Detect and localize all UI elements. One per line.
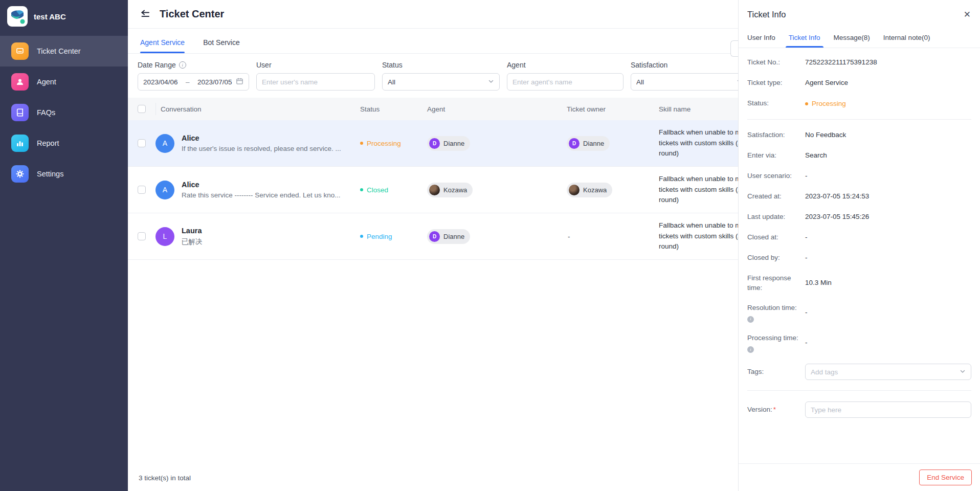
- field-label: Ticket No.:: [747, 58, 805, 68]
- panel-footer: End Service: [739, 463, 980, 491]
- date-start: 2023/04/06: [143, 78, 178, 86]
- field-label: Created at:: [747, 192, 805, 202]
- field-label: User scenario:: [747, 171, 805, 182]
- conversation-name: Alice: [182, 181, 341, 189]
- select-all-checkbox[interactable]: [138, 105, 146, 113]
- brand-name: test ABC: [34, 12, 66, 21]
- field-label: Ticket type:: [747, 78, 805, 88]
- agent-filter-label: Agent: [507, 61, 623, 69]
- table-row[interactable]: A Alice Rate this service -------- Servi…: [128, 167, 738, 213]
- table-header: Conversation Status Agent Ticket owner S…: [128, 98, 738, 120]
- owner-empty: -: [567, 233, 570, 240]
- field-label: Resolution time: i: [747, 303, 805, 323]
- agent-chip: D Dianne: [427, 136, 470, 151]
- closed-by-value: -: [805, 253, 808, 263]
- ticket-info-panel: Ticket Info ✕ User Info Ticket Info Mess…: [738, 0, 980, 491]
- avatar: L: [155, 227, 174, 246]
- info-icon[interactable]: i: [179, 61, 186, 69]
- column-conversation: Conversation: [155, 103, 360, 115]
- owner-photo-avatar: [569, 185, 580, 195]
- sidebar-item-faqs[interactable]: FAQs: [0, 97, 128, 128]
- status-dot-icon: [805, 102, 808, 105]
- skill-name: Fallback when unable to match tickets wi…: [659, 128, 738, 158]
- sidebar-item-report[interactable]: Report: [0, 128, 128, 159]
- brand: test ABC: [0, 0, 128, 33]
- column-agent: Agent: [427, 105, 567, 113]
- status-filter-select[interactable]: All: [382, 73, 500, 91]
- resolution-time-value: -: [805, 308, 808, 318]
- skill-name: Fallback when unable to match tickets wi…: [659, 175, 738, 204]
- satisfaction-filter-label: Satisfaction: [631, 61, 738, 69]
- tab-agent-service[interactable]: Agent Service: [140, 38, 185, 53]
- processing-time-value: -: [805, 338, 808, 348]
- user-filter-label: User: [256, 61, 375, 69]
- page-title: Ticket Center: [160, 8, 224, 20]
- tab-user-info[interactable]: User Info: [747, 29, 775, 48]
- sidebar-item-label: Settings: [37, 170, 63, 178]
- collapse-sidebar-icon[interactable]: [139, 8, 151, 20]
- ticket-type-value: Agent Service: [805, 78, 848, 88]
- brand-logo-icon: [7, 6, 28, 27]
- sidebar: test ABC Ticket Center Agent: [0, 0, 128, 491]
- user-scenario-value: -: [805, 171, 808, 182]
- agent-avatar: D: [429, 231, 440, 242]
- column-status: Status: [360, 105, 427, 113]
- info-icon[interactable]: i: [747, 316, 754, 323]
- add-tags-select[interactable]: Add tags: [805, 364, 971, 380]
- tab-bot-service[interactable]: Bot Service: [203, 38, 240, 53]
- status-dot-icon: [360, 142, 363, 145]
- table-total-count: 3 ticket(s) in total: [128, 474, 738, 491]
- sidebar-item-agent[interactable]: Agent: [0, 66, 128, 97]
- conversation-preview: 已解决: [182, 237, 203, 247]
- divider: [747, 119, 971, 120]
- field-label: Status:: [747, 99, 805, 109]
- service-tabs: Agent Service Bot Service: [128, 29, 738, 54]
- row-checkbox[interactable]: [138, 232, 146, 240]
- chevron-down-icon: [488, 78, 494, 86]
- tab-internal-note[interactable]: Internal note(0): [883, 29, 930, 48]
- status-badge: Closed: [360, 186, 427, 194]
- main-header: Ticket Center: [128, 0, 738, 29]
- date-range-label: Date Range i: [138, 61, 249, 69]
- status-dot-icon: [360, 188, 363, 191]
- agent-chip: D Dianne: [427, 229, 470, 244]
- user-filter-input[interactable]: [262, 78, 369, 86]
- date-range-picker[interactable]: 2023/04/06 – 2023/07/05: [138, 73, 249, 91]
- agent-avatar: D: [429, 138, 440, 149]
- panel-body: Ticket No.: 7252232211175391238 Ticket t…: [739, 48, 980, 463]
- ticket-no-value: 7252232211175391238: [805, 58, 877, 68]
- satisfaction-filter-select[interactable]: All: [631, 73, 738, 91]
- field-label: First response time:: [747, 274, 805, 293]
- status-badge: Pending: [360, 233, 427, 240]
- agent-chip: Kozawa: [427, 183, 473, 197]
- sidebar-nav: Ticket Center Agent FAQs: [0, 36, 128, 189]
- table-row[interactable]: L Laura 已解决 Pending D Dianne: [128, 213, 738, 260]
- sidebar-item-settings[interactable]: Settings: [0, 159, 128, 189]
- sidebar-item-label: Agent: [37, 78, 56, 86]
- satisfaction-value: No Feedback: [805, 130, 846, 141]
- owner-chip: D Dianne: [567, 136, 610, 151]
- agent-filter-input[interactable]: [513, 78, 618, 86]
- owner-chip: Kozawa: [567, 183, 612, 197]
- row-checkbox[interactable]: [138, 139, 146, 147]
- faqs-icon: [11, 104, 29, 121]
- tab-message[interactable]: Message(8): [834, 29, 870, 48]
- tab-ticket-info[interactable]: Ticket Info: [789, 29, 820, 48]
- end-service-button[interactable]: End Service: [919, 470, 972, 485]
- last-update-value: 2023-07-05 15:45:26: [805, 212, 869, 222]
- sidebar-item-ticket-center[interactable]: Ticket Center: [0, 36, 128, 66]
- chevron-down-icon: [737, 78, 738, 86]
- row-checkbox[interactable]: [138, 186, 146, 194]
- field-label: Enter via:: [747, 151, 805, 161]
- status-value: Processing: [805, 99, 846, 109]
- info-icon[interactable]: i: [747, 346, 754, 353]
- conversation-preview: Rate this service -------- Service ended…: [182, 191, 341, 199]
- field-label: Closed at:: [747, 233, 805, 243]
- divider: [747, 390, 971, 391]
- conversation-name: Laura: [182, 227, 203, 235]
- version-input[interactable]: [811, 406, 966, 414]
- field-label: Last update:: [747, 212, 805, 222]
- close-icon[interactable]: ✕: [964, 10, 971, 19]
- table-row[interactable]: A Alice If the user's issue is resolved,…: [128, 120, 738, 167]
- field-label: Processing time: i: [747, 333, 805, 353]
